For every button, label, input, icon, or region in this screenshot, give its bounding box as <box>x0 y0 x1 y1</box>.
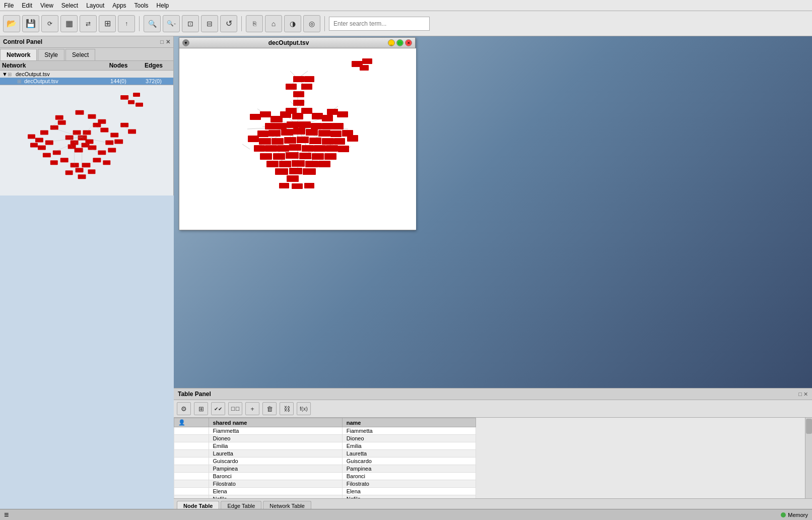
tab-select[interactable]: Select <box>65 49 95 60</box>
scrollbar-thumb[interactable] <box>806 419 812 434</box>
table-function-button[interactable]: f(x) <box>297 402 311 415</box>
menu-layout[interactable]: Layout <box>82 1 108 10</box>
svg-rect-2 <box>71 141 79 145</box>
svg-rect-47 <box>136 103 143 107</box>
svg-rect-163 <box>277 145 289 152</box>
table-link-button[interactable]: ⛓ <box>280 402 294 415</box>
tab-network[interactable]: Network <box>0 49 37 60</box>
tab-style[interactable]: Style <box>38 49 64 60</box>
minimize-button[interactable]: _ <box>388 39 395 46</box>
th-shared-name[interactable]: shared name <box>209 418 342 427</box>
tab-edge-table[interactable]: Edge Table <box>221 501 261 509</box>
svg-rect-40 <box>103 160 110 165</box>
svg-rect-141 <box>311 123 322 129</box>
row-icon <box>174 450 209 458</box>
table-row[interactable]: Dioneo Dioneo <box>174 435 476 442</box>
row-shared-name: Emilia <box>209 442 342 450</box>
row-icon <box>174 435 209 442</box>
svg-rect-44 <box>120 95 128 100</box>
table-row[interactable]: Guiscardo Guiscardo <box>174 458 476 465</box>
save-button[interactable]: 💾 <box>22 15 39 32</box>
menu-edit[interactable]: Edit <box>18 1 36 10</box>
row-shared-name: Lauretta <box>209 450 342 458</box>
network-canvas[interactable] <box>179 48 416 230</box>
copy-button[interactable]: ⎘ <box>246 15 263 32</box>
table-row[interactable]: Filostrato Filostrato <box>174 480 476 488</box>
network-table-area: Network Nodes Edges ▼ ⊞ decOutput.tsv ⊞ … <box>0 61 173 85</box>
share-button[interactable]: ⟳ <box>41 15 58 32</box>
control-panel-close[interactable]: ✕ <box>166 39 170 45</box>
table2-button[interactable]: ⊞ <box>99 15 116 32</box>
collapse-button[interactable]: ▼ <box>182 39 189 46</box>
table-delete-button[interactable]: 🗑 <box>262 402 277 415</box>
tab-node-table[interactable]: Node Table <box>177 501 219 509</box>
open-file-button[interactable]: 📂 <box>3 15 20 32</box>
hide-button[interactable]: ◑ <box>284 15 301 32</box>
svg-rect-166 <box>314 145 326 152</box>
svg-rect-46 <box>128 100 134 104</box>
svg-rect-182 <box>303 168 316 175</box>
svg-rect-36 <box>128 129 136 134</box>
table-row[interactable]: Elena Elena <box>174 488 476 495</box>
menu-file[interactable]: File <box>0 1 18 10</box>
home-button[interactable]: ⌂ <box>265 15 282 32</box>
network-parent-row[interactable]: ▼ ⊞ decOutput.tsv <box>0 71 173 78</box>
status-menu-icon[interactable]: ≡ <box>4 510 9 519</box>
svg-rect-20 <box>93 158 101 162</box>
menu-view[interactable]: View <box>36 1 57 10</box>
close-button[interactable]: ✕ <box>405 39 412 46</box>
row-name: Baronci <box>342 473 476 480</box>
table-row[interactable]: Baronci Baronci <box>174 473 476 480</box>
svg-rect-118 <box>362 58 372 64</box>
show-button[interactable]: ◎ <box>303 15 320 32</box>
table-panel-close[interactable]: ✕ <box>803 391 808 398</box>
th-name[interactable]: name <box>342 418 476 427</box>
svg-rect-153 <box>259 138 271 145</box>
svg-rect-22 <box>82 163 91 167</box>
menubar: File Edit View Select Layout Apps Tools … <box>0 0 812 11</box>
menu-apps[interactable]: Apps <box>108 1 130 10</box>
table-columns-button[interactable]: ⊞ <box>194 402 208 415</box>
table-add-button[interactable]: + <box>245 402 259 415</box>
table-check-button[interactable]: ✔✔ <box>211 402 225 415</box>
zoom-fit-button[interactable]: ⊡ <box>182 15 199 32</box>
svg-rect-165 <box>302 145 314 152</box>
table-button[interactable]: ▦ <box>60 15 78 32</box>
tab-network-table[interactable]: Network Table <box>263 501 311 509</box>
row-shared-name: Baronci <box>209 473 342 480</box>
svg-rect-9 <box>83 131 91 135</box>
table-panel-minimize[interactable]: □ <box>798 391 802 398</box>
table-row[interactable]: Nefile Nefile <box>174 495 476 499</box>
vertical-scrollbar[interactable] <box>805 418 812 498</box>
zoom-out-button[interactable]: 🔍- <box>163 15 180 32</box>
row-icon <box>174 427 209 435</box>
svg-rect-181 <box>289 168 302 174</box>
table-row[interactable]: Lauretta Lauretta <box>174 450 476 458</box>
table-row[interactable]: Emilia Emilia <box>174 442 476 450</box>
network-row-0[interactable]: ⊞ decOutput.tsv 144(0) 372(0) <box>0 78 173 85</box>
table-row[interactable]: Fiammetta Fiammetta <box>174 427 476 435</box>
menu-help[interactable]: Help <box>153 1 173 10</box>
maximize-button[interactable]: □ <box>396 39 403 46</box>
table-panel: Table Panel □ ✕ ⚙ ⊞ ✔✔ ☐☐ + 🗑 ⛓ f(x) <box>174 388 812 509</box>
export-button[interactable]: ↑ <box>118 15 135 32</box>
zoom-in-button[interactable]: 🔍 <box>144 15 161 32</box>
zoom-reset-button[interactable]: ⊟ <box>201 15 218 32</box>
table-settings-button[interactable]: ⚙ <box>177 402 191 415</box>
table-uncheck-button[interactable]: ☐☐ <box>228 402 242 415</box>
svg-rect-39 <box>50 160 58 165</box>
svg-rect-158 <box>322 138 334 145</box>
svg-rect-155 <box>284 137 296 144</box>
svg-rect-174 <box>324 153 336 160</box>
svg-rect-41 <box>65 170 73 175</box>
svg-rect-170 <box>273 153 285 160</box>
refresh-button[interactable]: ↺ <box>220 15 237 32</box>
menu-tools[interactable]: Tools <box>130 1 153 10</box>
table-row[interactable]: Pampinea Pampinea <box>174 465 476 473</box>
search-input[interactable] <box>329 17 430 31</box>
menu-select[interactable]: Select <box>57 1 82 10</box>
share2-button[interactable]: ⇄ <box>80 15 97 32</box>
control-panel-minimize[interactable]: □ <box>160 39 164 45</box>
network-row-nodes: 144(0) <box>101 78 136 84</box>
svg-rect-160 <box>347 135 358 142</box>
